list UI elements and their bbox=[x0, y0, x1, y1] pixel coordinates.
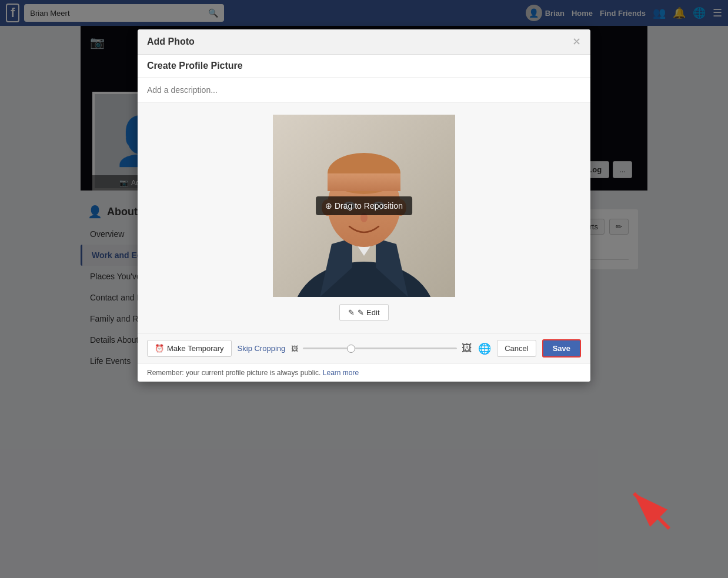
profile-photo-preview bbox=[273, 115, 455, 297]
arrow-indicator bbox=[622, 482, 681, 543]
photo-svg bbox=[273, 115, 455, 297]
arrow-svg bbox=[622, 482, 681, 540]
crop-slider[interactable] bbox=[303, 348, 457, 349]
modal-description-area[interactable] bbox=[138, 78, 590, 103]
edit-icon: ✎ bbox=[348, 308, 355, 317]
modal-footer: ⏰ Make Temporary Skip Cropping 🖼 🖼 🌐 Can… bbox=[138, 333, 590, 363]
modal-title: Add Photo bbox=[147, 36, 195, 47]
notice-text: Remember: your current profile picture i… bbox=[147, 369, 320, 377]
modal-image-area: ⊕ Drag to Reposition ✎ ✎ Edit bbox=[138, 103, 590, 333]
zoom-in-icon: 🖼 bbox=[462, 342, 472, 355]
svg-point-16 bbox=[322, 199, 333, 216]
svg-line-19 bbox=[634, 493, 669, 529]
make-temp-label: Make Temporary bbox=[167, 344, 224, 353]
svg-point-17 bbox=[395, 199, 406, 216]
crop-slider-area: 🖼 🖼 bbox=[291, 342, 472, 355]
save-button[interactable]: Save bbox=[542, 339, 581, 358]
skip-cropping-link[interactable]: Skip Cropping bbox=[238, 344, 286, 353]
modal-header: Add Photo ✕ bbox=[138, 29, 590, 55]
edit-label: ✎ Edit bbox=[358, 308, 379, 317]
svg-point-14 bbox=[377, 204, 380, 208]
modal-subtitle: Create Profile Picture bbox=[138, 55, 590, 78]
edit-button[interactable]: ✎ ✎ Edit bbox=[339, 304, 388, 321]
svg-point-13 bbox=[348, 204, 351, 208]
privacy-button[interactable]: 🌐 bbox=[478, 342, 491, 355]
learn-more-link[interactable]: Learn more bbox=[323, 369, 359, 377]
svg-point-15 bbox=[360, 213, 368, 222]
clock-icon: ⏰ bbox=[155, 344, 164, 353]
make-temporary-button[interactable]: ⏰ Make Temporary bbox=[147, 340, 232, 357]
modal-overlay: Add Photo ✕ Create Profile Picture bbox=[0, 0, 728, 578]
photo-preview-container[interactable]: ⊕ Drag to Reposition bbox=[273, 115, 455, 297]
add-photo-modal: Add Photo ✕ Create Profile Picture bbox=[138, 29, 590, 382]
modal-notice: Remember: your current profile picture i… bbox=[138, 363, 590, 382]
modal-close-button[interactable]: ✕ bbox=[572, 36, 581, 47]
cancel-button[interactable]: Cancel bbox=[497, 340, 536, 357]
zoom-out-icon: 🖼 bbox=[291, 345, 298, 353]
description-input[interactable] bbox=[147, 85, 581, 95]
svg-rect-8 bbox=[328, 173, 400, 191]
